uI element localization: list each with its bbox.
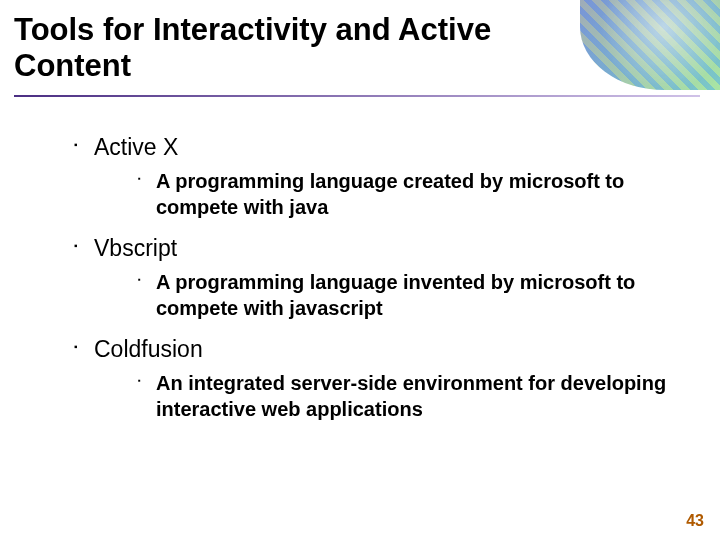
list-item: ▪ Coldfusion	[74, 335, 680, 364]
bullet-icon: ▪	[74, 133, 94, 162]
list-item-label: Vbscript	[94, 234, 177, 263]
bullet-icon: ▪	[74, 234, 94, 263]
list-subitem-text: An integrated server-side environment fo…	[156, 370, 680, 422]
list-subitem: ▪ A programming language created by micr…	[138, 168, 680, 220]
list-subitem-text: A programming language invented by micro…	[156, 269, 680, 321]
list-subitem: ▪ A programming language invented by mic…	[138, 269, 680, 321]
title-underline	[14, 95, 700, 97]
list-item-label: Coldfusion	[94, 335, 203, 364]
list-item-label: Active X	[94, 133, 178, 162]
bullet-icon: ▪	[138, 370, 156, 422]
page-number: 43	[686, 512, 704, 530]
list-item: ▪ Vbscript	[74, 234, 680, 263]
bullet-icon: ▪	[74, 335, 94, 364]
list-subitem-text: A programming language created by micros…	[156, 168, 680, 220]
list-item: ▪ Active X	[74, 133, 680, 162]
bullet-icon: ▪	[138, 168, 156, 220]
slide-body: ▪ Active X ▪ A programming language crea…	[0, 105, 720, 421]
decorative-corner-graphic	[580, 0, 720, 90]
list-subitem: ▪ An integrated server-side environment …	[138, 370, 680, 422]
bullet-icon: ▪	[138, 269, 156, 321]
